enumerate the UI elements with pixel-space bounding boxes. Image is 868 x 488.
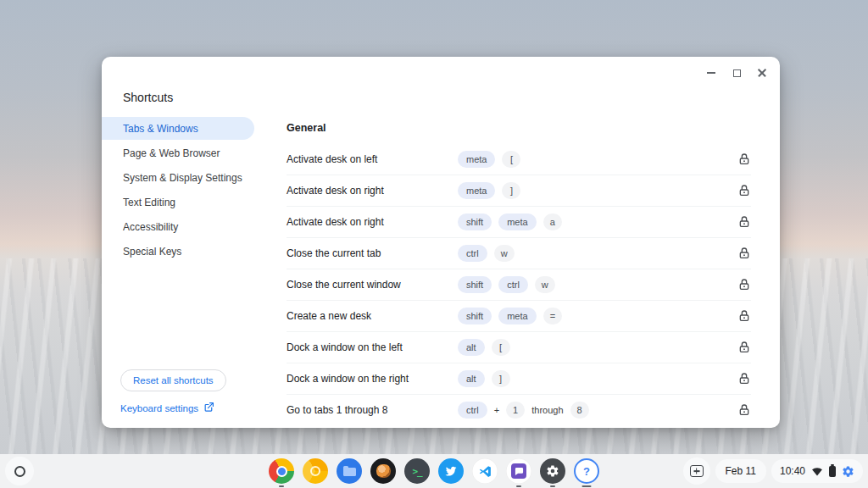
key-pill: meta [458, 151, 495, 168]
shortcut-description: Close the current tab [287, 247, 458, 259]
key-pill: [ [502, 151, 520, 168]
key-pill: ] [502, 182, 520, 199]
sidebar-item-text-editing[interactable]: Text Editing [102, 191, 254, 214]
close-icon [757, 68, 767, 78]
shelf-app-vscode[interactable] [472, 454, 498, 488]
key-pill: meta [498, 308, 536, 324]
section-title: General [287, 121, 751, 135]
sidebar-item-label: Text Editing [123, 197, 175, 208]
shortcut-keys: shiftmetaa [458, 214, 737, 230]
twitter-bird-icon [438, 458, 464, 484]
shortcut-description: Dock a window on the right [287, 373, 458, 385]
key-pill: shift [458, 214, 492, 230]
minimize-button[interactable] [702, 64, 721, 82]
shelf-app-chat[interactable] [506, 454, 531, 488]
launcher-icon [14, 466, 25, 477]
shelf-app-settings[interactable] [540, 454, 565, 488]
key-pill: alt [458, 370, 485, 387]
key-pill: 1 [506, 402, 525, 419]
shelf-app-files[interactable] [337, 454, 362, 488]
battery-icon [829, 466, 836, 477]
key-pill: [ [492, 339, 510, 356]
chrome-icon [269, 458, 294, 484]
shelf-app-game[interactable] [370, 454, 396, 488]
lock-icon [737, 403, 751, 417]
shortcut-row[interactable]: Dock a window on the left alt[ [287, 331, 751, 363]
shortcut-row[interactable]: Dock a window on the right alt] [287, 363, 751, 394]
key-pill: = [543, 308, 562, 324]
shortcut-rows: Activate desk on left meta[ Activate des… [287, 143, 751, 425]
keyboard-settings-label: Keyboard settings [120, 403, 198, 413]
shelf-app-twitter[interactable] [438, 454, 464, 488]
lock-icon [737, 247, 751, 260]
shelf-app-terminal[interactable]: >_ [404, 454, 430, 488]
shelf: >_? Feb 11 10:40 [0, 454, 868, 488]
shortcut-row[interactable]: Close the current tab ctrlw [287, 237, 751, 269]
date-button[interactable]: Feb 11 [715, 459, 766, 483]
key-pill: alt [458, 339, 485, 356]
shortcut-description: Activate desk on right [287, 185, 458, 197]
shelf-app-chrome-canary[interactable] [303, 454, 328, 488]
files-folder-icon [337, 458, 362, 484]
shortcut-row[interactable]: Activate desk on right shiftmetaa [287, 206, 751, 237]
chat-app-icon [506, 458, 531, 484]
shortcut-row[interactable]: Close the current window shiftctrlw [287, 269, 751, 300]
shortcut-keys: shiftctrlw [458, 276, 737, 293]
shortcut-description: Create a new desk [287, 310, 458, 322]
maximize-button[interactable] [727, 64, 746, 82]
status-area-button[interactable]: 10:40 [771, 459, 863, 483]
update-gear-icon [842, 465, 854, 478]
launcher-button[interactable] [5, 457, 34, 485]
sidebar-item-system-display-settings[interactable]: System & Display Settings [102, 166, 254, 189]
settings-gear-icon [540, 458, 565, 484]
key-pill: meta [498, 214, 536, 230]
sidebar-footer: Reset all shortcuts Keyboard settings [102, 369, 287, 428]
key-pill: w [535, 276, 555, 293]
shelf-app-explore[interactable]: ? [574, 454, 599, 488]
shelf-apps: >_? [269, 454, 599, 488]
shelf-app-chrome[interactable] [269, 454, 294, 488]
keyboard-settings-link[interactable]: Keyboard settings [120, 402, 214, 414]
shortcut-row[interactable]: Create a new desk shiftmeta= [287, 300, 751, 331]
sidebar-item-accessibility[interactable]: Accessibility [102, 215, 254, 238]
vscode-icon [472, 458, 498, 484]
explore-help-icon: ? [574, 458, 599, 484]
reset-all-shortcuts-button[interactable]: Reset all shortcuts [120, 369, 226, 391]
lock-icon [737, 309, 751, 323]
lock-icon [737, 184, 751, 197]
minimize-icon [707, 72, 715, 74]
key-pill: ctrl [458, 402, 487, 419]
chrome-canary-icon [303, 458, 328, 484]
sidebar-item-page-web-browser[interactable]: Page & Web Browser [102, 141, 254, 164]
sidebar-item-special-keys[interactable]: Special Keys [102, 240, 254, 263]
shortcut-row[interactable]: Activate desk on left meta[ [287, 143, 751, 175]
lock-icon [737, 152, 751, 166]
key-pill: 8 [570, 402, 589, 419]
key-pill: a [543, 214, 562, 230]
key-pill: shift [458, 308, 492, 324]
screen-capture-button[interactable] [683, 458, 710, 485]
desktop-background: Shortcuts Tabs & WindowsPage & Web Brows… [0, 0, 868, 488]
key-pill: ] [492, 370, 510, 387]
close-button[interactable] [753, 64, 771, 82]
sidebar-nav: Tabs & WindowsPage & Web BrowserSystem &… [102, 117, 287, 263]
key-pill: ctrl [458, 245, 487, 262]
shortcut-description: Dock a window on the left [287, 341, 458, 353]
shortcuts-window: Shortcuts Tabs & WindowsPage & Web Brows… [102, 57, 780, 428]
clock: 10:40 [780, 465, 805, 477]
shortcut-keys: meta[ [458, 151, 737, 168]
sidebar: Shortcuts Tabs & WindowsPage & Web Brows… [102, 57, 287, 428]
shortcut-row[interactable]: Activate desk on right meta] [287, 175, 751, 206]
sidebar-item-tabs-windows[interactable]: Tabs & Windows [102, 117, 254, 140]
sidebar-item-label: Special Keys [123, 246, 181, 258]
shortcut-row[interactable]: Go to tabs 1 through 8 ctrl+1through8 [287, 394, 751, 425]
lock-icon [737, 278, 751, 291]
sidebar-item-label: System & Display Settings [123, 172, 242, 184]
key-separator-text: through [531, 405, 563, 415]
key-pill: w [494, 245, 515, 262]
running-indicator [279, 485, 284, 487]
shortcut-keys: alt[ [458, 339, 737, 356]
key-separator-text: + [494, 405, 499, 415]
shortcut-keys: meta] [458, 182, 737, 199]
running-indicator [516, 485, 521, 487]
